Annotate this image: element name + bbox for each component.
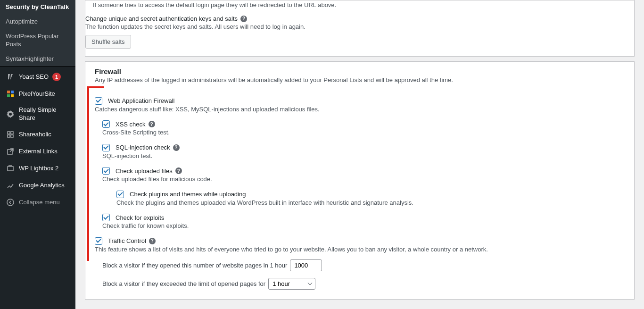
xss-checkbox-row[interactable]: XSS check ? <box>102 120 155 128</box>
traffic-checkbox-row[interactable]: Traffic Control ? <box>95 237 156 245</box>
waf-checkbox-row[interactable]: Web Application Firewall <box>95 97 174 105</box>
plugins-desc: Check the plugins and themes uploaded vi… <box>116 199 625 206</box>
auth-keys-label: Change unique and secret authentication … <box>85 15 247 22</box>
sidebar-item-wp-popular-posts[interactable]: WordPress Popular Posts <box>0 29 75 52</box>
firewall-card: Firewall Any IP addresses of the logged … <box>85 61 635 300</box>
sidebar-item-autoptimize[interactable]: Autoptimize <box>0 15 75 29</box>
svg-rect-9 <box>8 167 13 171</box>
plugins-checkbox-row[interactable]: Check plugins and themes while uploading <box>116 191 246 198</box>
miscellaneous-card: If someone tries to access the default l… <box>85 0 635 57</box>
svg-point-10 <box>7 199 14 206</box>
collapse-icon <box>6 198 15 207</box>
sidebar-item-collapse-menu[interactable]: Collapse menu <box>0 194 75 211</box>
svg-rect-6 <box>8 135 10 137</box>
block-time-label: Block a visitor if they exceeded the lim… <box>102 280 265 287</box>
svg-rect-7 <box>11 135 13 137</box>
sidebar-item-yoast-seo[interactable]: Yoast SEO 1 <box>0 68 75 85</box>
waf-desc: Catches dangerous stuff like: XSS, MySQL… <box>95 106 625 113</box>
sidebar-item-external-links[interactable]: External Links <box>0 143 75 160</box>
sidebar-item-security-cleantalk[interactable]: Security by CleanTalk <box>0 0 75 15</box>
exploits-checkbox-row[interactable]: Check for exploits <box>102 214 164 221</box>
sql-checkbox[interactable] <box>102 144 110 151</box>
waf-checkbox[interactable] <box>95 97 102 105</box>
yoast-icon <box>6 72 15 82</box>
uploads-checkbox-row[interactable]: Check uploaded files ? <box>102 167 182 175</box>
svg-rect-4 <box>8 132 10 134</box>
xss-desc: Cross-Site Scripting test. <box>102 129 625 136</box>
redirect-desc: If someone tries to access the default l… <box>93 1 625 8</box>
svg-rect-0 <box>7 91 10 93</box>
firewall-title: Firewall <box>95 67 625 75</box>
analytics-icon <box>6 181 15 190</box>
share-icon <box>6 130 15 139</box>
help-icon[interactable]: ? <box>175 167 182 174</box>
firewall-subtitle: Any IP addresses of the logged in admini… <box>95 76 625 84</box>
exploits-desc: Check traffic for known exploits. <box>102 222 625 229</box>
sql-desc: SQL-injection test. <box>102 152 625 159</box>
svg-rect-2 <box>7 94 10 97</box>
shuffle-salts-button[interactable]: Shuffle salts <box>85 35 131 49</box>
sql-checkbox-row[interactable]: SQL-injection check ? <box>102 144 180 151</box>
block-pages-input[interactable] <box>290 259 322 271</box>
plugins-checkbox[interactable] <box>116 191 124 198</box>
auth-keys-desc: The function updates the secret keys and… <box>85 23 625 30</box>
lightbox-icon <box>6 164 15 173</box>
uploads-checkbox[interactable] <box>102 167 110 175</box>
help-icon[interactable]: ? <box>240 16 247 22</box>
sidebar-item-google-analytics[interactable]: Google Analytics <box>0 177 75 194</box>
sidebar-item-pixelyoursite[interactable]: PixelYourSite <box>0 85 75 102</box>
sidebar-item-syntaxhighlighter[interactable]: SyntaxHighlighter <box>0 52 75 67</box>
external-icon <box>6 147 15 156</box>
main-content: If someone tries to access the default l… <box>75 0 644 309</box>
xss-checkbox[interactable] <box>102 120 110 128</box>
svg-rect-3 <box>11 94 14 97</box>
sidebar-item-really-simple-share[interactable]: Really Simple Share <box>0 102 75 126</box>
help-icon[interactable]: ? <box>149 238 156 244</box>
help-icon[interactable]: ? <box>149 121 155 127</box>
traffic-checkbox[interactable] <box>95 237 102 245</box>
traffic-desc: This feature shows a list of visits and … <box>95 246 625 253</box>
block-time-select[interactable]: 1 hour <box>268 278 315 290</box>
red-annotation: Web Application Firewall Catches dangero… <box>95 96 625 253</box>
help-icon[interactable]: ? <box>173 144 180 151</box>
pixel-icon <box>6 89 15 99</box>
block-pages-label: Block a visitor if they opened this numb… <box>102 262 287 269</box>
uploads-desc: Check uploaded files for malicious code. <box>102 175 625 183</box>
sidebar-item-wp-lightbox[interactable]: WP Lightbox 2 <box>0 160 75 177</box>
exploits-checkbox[interactable] <box>102 214 110 221</box>
yoast-badge: 1 <box>52 73 61 81</box>
gear-icon <box>6 109 15 119</box>
svg-rect-5 <box>11 132 13 134</box>
svg-rect-1 <box>11 91 14 93</box>
sidebar-item-shareaholic[interactable]: Shareaholic <box>0 126 75 143</box>
admin-sidebar: Security by CleanTalk Autoptimize WordPr… <box>0 0 75 309</box>
